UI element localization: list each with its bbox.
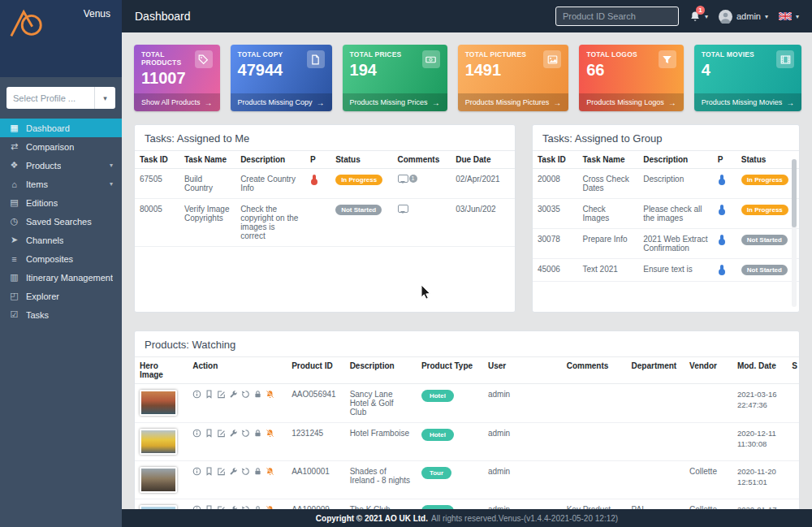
notifications-button[interactable]: 1 ▾ — [689, 11, 708, 22]
language-menu[interactable]: ▾ — [779, 12, 799, 20]
sidebar-item-comparison[interactable]: ⇄ Comparison — [0, 137, 122, 156]
info-icon[interactable] — [192, 467, 201, 476]
table-row[interactable]: 30078 Prepare Info 2021 Web Extract Conf… — [533, 229, 799, 259]
table-row[interactable]: 80005 Verify Image Copyrights Check the … — [135, 199, 515, 247]
sidebar-item-label: Items — [26, 179, 48, 189]
card-value: 4 — [702, 61, 754, 80]
history-icon[interactable] — [241, 467, 250, 476]
chevron-down-icon: ▾ — [705, 13, 708, 20]
sidebar-item-saved-searches[interactable]: ◷ Saved Searches — [0, 212, 122, 231]
edit-icon[interactable] — [217, 467, 226, 476]
brand-name: Venus — [84, 8, 110, 19]
sidebar-item-label: Dashboard — [26, 123, 70, 133]
arrow-right-icon: → — [553, 98, 561, 107]
edit-icon[interactable] — [217, 390, 226, 399]
table-row[interactable]: 45006 Text 2021 Ensure text is Not Start… — [533, 259, 799, 282]
cell-department — [627, 423, 685, 461]
panel-title: Tasks: Assigned to Me — [135, 125, 515, 150]
sidebar-item-dashboard[interactable]: ▦ Dashboard — [0, 119, 122, 137]
hero-image[interactable] — [140, 429, 177, 455]
bell-off-icon[interactable] — [266, 390, 274, 399]
card-link-missing-copy[interactable]: Products Missing Copy → — [231, 93, 332, 111]
card-link-missing-prices[interactable]: Products Missing Prices → — [343, 93, 447, 111]
table-row[interactable]: AA100009 The K Club Hotel admin Key Prod… — [135, 499, 799, 510]
column-header: Task Name — [577, 151, 638, 169]
scrollbar-thumb[interactable] — [792, 159, 797, 227]
cell-task-id: 67505 — [135, 169, 179, 199]
lock-icon[interactable] — [253, 390, 262, 399]
table-row[interactable]: 67505 Build Country Create Country Info … — [135, 169, 515, 199]
cell-task-name: Text 2021 — [577, 259, 638, 282]
cell-product-id: AAO056941 — [287, 384, 344, 423]
sidebar-item-items[interactable]: ⌂ Items ▾ — [0, 175, 122, 193]
cell-task-id: 20008 — [533, 169, 577, 199]
column-header: Due Date — [451, 151, 515, 169]
vertical-scrollbar[interactable] — [792, 159, 797, 307]
bookmark-icon[interactable] — [205, 429, 214, 438]
table-row[interactable]: 1231245 Hotel Framboise Hotel admin 2020… — [135, 423, 799, 461]
chevron-down-icon[interactable]: ▾ — [94, 87, 115, 109]
column-header: Description — [345, 357, 417, 384]
card-link-show-all-products[interactable]: Show All Products → — [134, 93, 220, 111]
cell-task-name: Prepare Info — [577, 229, 638, 259]
cell-due-date: 03/Jun/202 — [451, 199, 515, 247]
brand[interactable]: Venus — [0, 0, 122, 77]
wrench-icon[interactable] — [229, 467, 238, 476]
product-type-badge: Hotel — [421, 429, 454, 441]
bookmark-icon[interactable] — [205, 390, 214, 399]
avatar — [719, 10, 732, 24]
user-menu[interactable]: admin ▾ — [719, 10, 768, 24]
cell-vendor — [685, 384, 732, 423]
bookmark-icon[interactable] — [205, 467, 214, 476]
wrench-icon[interactable] — [229, 429, 238, 438]
sidebar-item-products[interactable]: ❖ Products ▾ — [0, 156, 122, 175]
card-link-missing-logos[interactable]: Products Missing Logos → — [579, 93, 684, 111]
sidebar-item-label: Composites — [26, 254, 73, 264]
table-row[interactable]: AA100001 Shades of Ireland - 8 nights To… — [135, 461, 799, 499]
lock-icon[interactable] — [253, 467, 262, 476]
wrench-icon[interactable] — [229, 390, 238, 399]
table-row[interactable]: 20008 Cross Check Dates Description In P… — [533, 169, 799, 199]
cell-product-id: AA100009 — [287, 499, 344, 510]
sidebar-item-explorer[interactable]: ◰ Explorer — [0, 287, 122, 305]
lock-icon[interactable] — [253, 429, 262, 438]
panel-tasks-assigned-to-me: Tasks: Assigned to Me Task ID Task Name … — [134, 124, 516, 313]
sidebar-item-tasks[interactable]: ☑ Tasks — [0, 305, 122, 324]
thermometer-icon — [313, 175, 316, 183]
cell-vendor — [685, 423, 732, 461]
history-icon[interactable] — [241, 429, 250, 438]
sidebar-item-composites[interactable]: ≡ Composites — [0, 249, 122, 268]
info-icon[interactable] — [192, 390, 201, 399]
bell-off-icon[interactable] — [266, 429, 274, 438]
table-row[interactable]: AAO056941 Sancy Lane Hotel & Golf Club H… — [135, 384, 799, 423]
card-link-missing-pictures[interactable]: Products Missing Pictures → — [458, 93, 569, 111]
hero-image[interactable] — [140, 390, 177, 416]
info-icon[interactable] — [192, 429, 201, 438]
dashboard-content: TOTAL PRODUCTS 11007 Show All Products →… — [122, 32, 812, 509]
sidebar-item-editions[interactable]: ▤ Editions — [0, 193, 122, 212]
comment-icon[interactable] — [398, 175, 408, 183]
funnel-icon — [659, 50, 676, 68]
sidebar-item-itinerary-management[interactable]: ▥ Itinerary Management — [0, 268, 122, 287]
comment-count-badge: 1 — [409, 175, 417, 183]
bell-off-icon[interactable] — [266, 467, 274, 476]
edit-icon[interactable] — [217, 429, 226, 438]
mod-date: 2021-03-16 — [737, 390, 777, 399]
card-link-missing-movies[interactable]: Products Missing Movies → — [694, 93, 802, 111]
cell-description: Check the copyright on the images is cor… — [235, 199, 305, 247]
hero-image[interactable] — [140, 467, 177, 493]
cell-user: admin — [483, 384, 562, 423]
comment-icon[interactable] — [398, 205, 408, 213]
profile-select-value: Select Profile ... — [6, 93, 94, 103]
column-header: Status — [736, 151, 799, 169]
cell-task-name: Check Images — [577, 199, 638, 229]
sidebar-item-channels[interactable]: ➤ Channels — [0, 231, 122, 249]
header: Dashboard 1 ▾ admin ▾ ▾ — [122, 0, 812, 32]
cell-vendor: Collette — [685, 461, 732, 499]
chevron-down-icon: ▾ — [796, 13, 799, 20]
table-row[interactable]: 30035 Check Images Please check all the … — [533, 199, 799, 229]
history-icon[interactable] — [241, 390, 250, 399]
banknote-icon — [422, 50, 440, 68]
profile-select[interactable]: Select Profile ... ▾ — [6, 87, 115, 109]
search-input[interactable] — [555, 6, 679, 26]
